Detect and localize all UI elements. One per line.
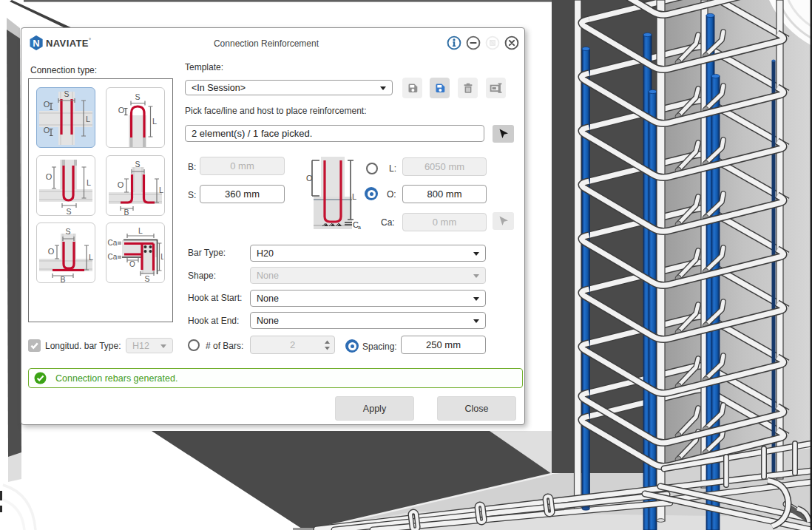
svg-text:O: O: [306, 174, 313, 183]
svg-text:L: L: [352, 192, 356, 201]
svg-text:L: L: [138, 226, 143, 235]
svg-text:O: O: [118, 106, 125, 115]
svg-text:Ca: Ca: [108, 239, 118, 247]
svg-text:O: O: [44, 100, 50, 109]
svg-text:S: S: [135, 92, 140, 101]
svg-text:a: a: [358, 225, 361, 230]
svg-text:L: L: [87, 178, 91, 187]
svg-text:O: O: [118, 180, 124, 189]
svg-text:O: O: [48, 247, 55, 256]
svg-text:S: S: [144, 274, 149, 283]
svg-text:L: L: [159, 186, 163, 194]
svg-text:L: L: [89, 253, 93, 262]
svg-text:B: B: [60, 275, 65, 283]
svg-text:L: L: [160, 253, 163, 261]
svg-text:O: O: [129, 260, 135, 268]
svg-text:S: S: [65, 227, 70, 236]
svg-text:S: S: [64, 89, 69, 98]
svg-text:S: S: [66, 207, 71, 216]
svg-text:L: L: [86, 115, 90, 123]
svg-text:O: O: [46, 172, 53, 181]
svg-text:S: S: [135, 160, 140, 169]
svg-text:Ca: Ca: [108, 253, 118, 261]
svg-text:B: B: [124, 208, 129, 216]
svg-text:O: O: [44, 126, 50, 135]
svg-text:L: L: [152, 117, 157, 126]
